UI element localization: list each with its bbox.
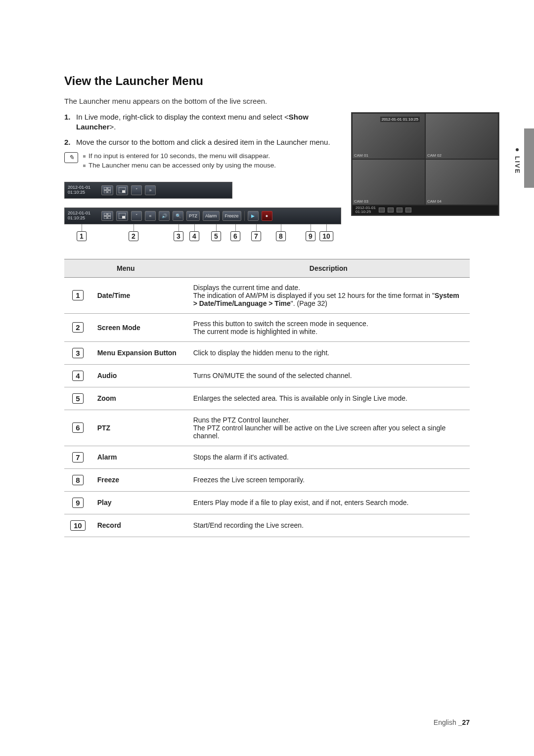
record-button[interactable]: ● — [262, 211, 272, 221]
svg-rect-8 — [104, 216, 107, 219]
row-name: Menu Expansion Button — [91, 341, 187, 364]
row-number-badge: 2 — [72, 322, 83, 333]
note-item: The Launcher menu can be accessed only b… — [83, 162, 341, 169]
audio-button[interactable]: 🔊 — [159, 211, 170, 221]
row-number-badge: 5 — [72, 393, 83, 404]
launcher-datetime: 2012-01-01 01:10:25 — [68, 211, 98, 221]
menu-expand-button[interactable]: » — [145, 185, 156, 195]
callout-row: 1 2 3 4 5 6 7 8 9 10 — [64, 224, 341, 244]
screenmode-grid-button[interactable] — [101, 211, 113, 221]
row-description: Freezes the Live screen temporarily. — [187, 468, 470, 491]
desc-line: Press this button to switch the screen m… — [193, 320, 464, 328]
preview-launcher-bar: 2012-01-01 01:10:25 — [353, 206, 498, 214]
callout-1: 1 — [77, 231, 87, 241]
step-body: In Live mode, right-click to display the… — [76, 112, 341, 132]
cam-label: CAM 03 — [354, 199, 368, 204]
step-number: 1. — [64, 112, 73, 132]
pip-icon — [119, 187, 126, 193]
table-row: 9 Play Enters Play mode if a file to pla… — [64, 491, 470, 514]
page-footer: English _27 — [434, 718, 470, 726]
callout-6: 6 — [230, 231, 240, 241]
callout-tick — [281, 224, 281, 231]
grid4-icon — [104, 187, 111, 193]
mini-button-icon — [397, 208, 402, 212]
side-tab — [524, 128, 534, 188]
screenmode-grid-button[interactable] — [101, 185, 113, 195]
callout-3: 3 — [174, 231, 183, 241]
step-body: Move the cursor to the bottom and click … — [76, 137, 341, 147]
page-title: View the Launcher Menu — [64, 74, 470, 88]
table-row: 5 Zoom Enlarges the selected area. This … — [64, 387, 470, 410]
row-description: Click to display the hidden menu to the … — [187, 341, 470, 364]
step-1: 1. In Live mode, right-click to display … — [64, 112, 341, 132]
menu-collapse-button[interactable]: « — [145, 211, 156, 221]
ptz-button[interactable]: PTZ — [186, 211, 200, 221]
row-number-badge: 8 — [72, 475, 83, 485]
table-row: 6 PTZ Runs the PTZ Control launcher. The… — [64, 410, 470, 446]
callout-7: 7 — [251, 231, 261, 241]
desc-text: The indication of AM/PM is displayed if … — [193, 292, 435, 299]
screenmode-pip-button[interactable] — [116, 185, 128, 195]
row-name: Alarm — [91, 446, 187, 468]
cam-cell-4: CAM 04 — [426, 160, 498, 205]
launcher-time: 01:10:25 — [68, 216, 98, 221]
row-number-badge: 1 — [72, 290, 83, 300]
callout-8: 8 — [276, 231, 286, 241]
separator — [244, 211, 245, 221]
bullet-icon — [516, 148, 519, 151]
table-row: 1 Date/Time Displays the current time an… — [64, 277, 470, 313]
callout-tick — [311, 224, 311, 231]
mini-button-icon — [388, 208, 394, 212]
cam-label: CAM 02 — [427, 153, 442, 158]
step-2: 2. Move the cursor to the bottom and cli… — [64, 137, 341, 147]
table-header-menu: Menu — [64, 259, 187, 277]
row-description: Enters Play mode if a file to play exist… — [187, 491, 470, 514]
callout-tick — [194, 224, 195, 231]
pip-icon — [119, 213, 126, 219]
row-description: Press this button to switch the screen m… — [187, 313, 470, 341]
side-label-text: LIVE — [514, 156, 521, 174]
launcher-collapsed: 2012-01-01 01:10:25 ˅ » — [64, 182, 232, 199]
screenmode-dropdown-button[interactable]: ˅ — [131, 185, 142, 195]
desc-line: The indication of AM/PM is displayed if … — [193, 292, 464, 307]
square-bullet-icon — [83, 155, 86, 158]
table-row: 4 Audio Turns ON/MUTE the sound of the s… — [64, 364, 470, 387]
row-number-badge: 3 — [72, 348, 83, 358]
table-header-description: Description — [187, 259, 470, 277]
step-number: 2. — [64, 137, 73, 147]
callout-tick — [134, 224, 134, 231]
step-text-end: >. — [110, 123, 116, 131]
freeze-button[interactable]: Freeze — [222, 211, 241, 221]
cam-cell-1: 2012-01-01 01:10:25 CAM 01 — [353, 114, 425, 159]
mini-button-icon — [405, 208, 411, 212]
launcher-datetime: 2012-01-01 01:10:25 — [68, 185, 98, 195]
row-name: PTZ — [91, 410, 187, 446]
alarm-button[interactable]: Alarm — [203, 211, 220, 221]
row-number-badge: 7 — [72, 452, 83, 462]
play-button[interactable]: ▶ — [248, 211, 259, 221]
note-text: The Launcher menu can be accessed only b… — [89, 162, 276, 169]
mini-button-icon — [379, 208, 385, 212]
row-description: Displays the current time and date. The … — [187, 277, 470, 313]
callout-5: 5 — [211, 231, 221, 241]
callout-tick — [256, 224, 257, 231]
desc-line: Displays the current time and date. — [193, 284, 464, 292]
grid4-icon — [104, 213, 111, 219]
screenmode-dropdown-button[interactable]: ˅ — [131, 211, 142, 221]
svg-rect-3 — [108, 191, 111, 193]
screenmode-pip-button[interactable] — [116, 211, 128, 221]
row-description: Enlarges the selected area. This is avai… — [187, 387, 470, 410]
callout-4: 4 — [189, 231, 199, 241]
note-icon: ✎ — [64, 152, 78, 163]
zoom-button[interactable]: 🔍 — [173, 211, 183, 221]
step-text: In Live mode, right-click to display the… — [76, 113, 289, 121]
desc-line: Runs the PTZ Control launcher. — [193, 416, 464, 424]
row-name: Record — [91, 514, 187, 537]
footer-page-number: _27 — [458, 718, 470, 726]
svg-rect-11 — [122, 216, 125, 218]
callout-tick — [235, 224, 236, 231]
callout-tick — [82, 224, 82, 231]
cam-label: CAM 01 — [354, 153, 368, 158]
footer-language: English — [434, 718, 458, 726]
launcher-description-table: Menu Description 1 Date/Time Displays th… — [64, 259, 470, 537]
